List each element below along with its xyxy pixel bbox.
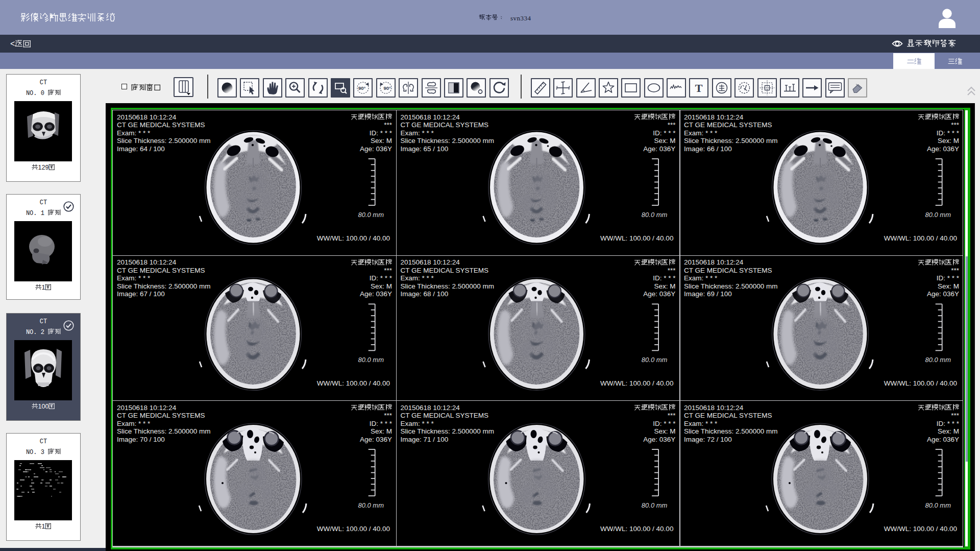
svg-text:T: T xyxy=(695,82,703,94)
svg-text:90°: 90° xyxy=(358,85,366,91)
svg-text:90°: 90° xyxy=(384,85,391,91)
